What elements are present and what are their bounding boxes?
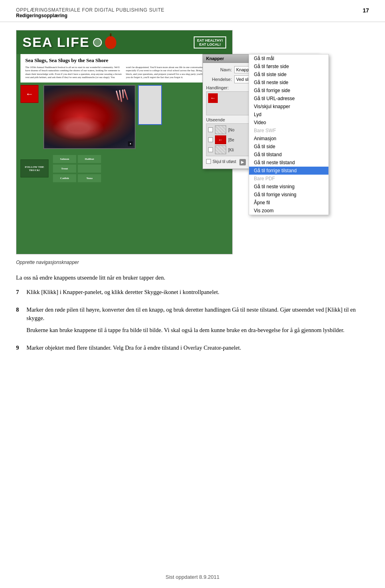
dropdown-apne-fil[interactable]: Åpne fil	[249, 199, 328, 207]
utseende-check-1[interactable]	[208, 127, 213, 132]
dropdown-vis-skjul[interactable]: Vis/skjul knapper	[249, 103, 328, 111]
dropdown-ga-til-forrige-tilstand[interactable]: Gå til forrige tilstand	[249, 167, 328, 175]
dropdown-bare-swf: Bare SWF	[249, 127, 328, 135]
dropdown-ga-til-neste-tilstand[interactable]: Gå til neste tilstand	[249, 159, 328, 167]
action-icon: ←	[208, 93, 218, 103]
utseende-check-3[interactable]	[208, 147, 213, 152]
nudibranch-body	[44, 86, 135, 148]
fish-item-halibut: Halibut	[77, 155, 101, 163]
dropdown-ga-til-mal[interactable]: Gå til mål	[249, 54, 328, 62]
dropdown-ga-til-side[interactable]: Gå til side	[249, 143, 328, 151]
skjul-arrow-icon: ▶	[239, 158, 246, 165]
page-number: 17	[363, 7, 369, 14]
sea-life-header: SEA LIFE EAT HEALTHY!EAT LOCAL!	[16, 30, 232, 54]
panel-hendelse-label: Hendelse:	[206, 77, 234, 82]
fish-item-salmon: Salmon	[53, 155, 77, 163]
utseende-check-2[interactable]	[208, 137, 213, 142]
step-9-content: Marker objektet med flere tilstander. Ve…	[26, 344, 369, 356]
article-col-1: The 105th Annual Nudibranch festival is …	[25, 66, 123, 79]
skjul-text: Skjul til utløst	[213, 159, 236, 164]
dropdown-bare-pdf: Bare PDF	[249, 175, 328, 183]
footer-text: Sist oppdatert 8.9.2011	[166, 574, 219, 580]
utseende-text-1: [No	[228, 128, 235, 132]
step-7-text: Klikk [Klikk] i Knapper-panelet, og klik…	[26, 288, 369, 297]
fish-item-trout: Trout	[53, 164, 77, 173]
magazine-mockup: SEA LIFE EAT HEALTHY!EAT LOCAL! Sea Slug…	[16, 30, 233, 254]
utseende-img-3	[215, 145, 226, 154]
utseende-text-3: [Kli	[228, 148, 234, 152]
header-left: OPPLÆRINGSMATERIALE FOR DIGITAL PUBLISHI…	[16, 7, 164, 18]
page-header: OPPLÆRINGSMATERIALE FOR DIGITAL PUBLISHI…	[0, 0, 385, 22]
header-subtitle: Redigeringsopplæring	[16, 13, 164, 18]
step-8-number: 8	[16, 306, 22, 338]
food-truck-text: FOLLOW THETRUCK!	[25, 165, 44, 172]
panel-navn-label: Navn:	[206, 67, 234, 72]
step-9-text: Marker objektet med flere tilstander. Ve…	[26, 344, 369, 352]
page-footer: Sist oppdatert 8.9.2011	[0, 574, 385, 580]
step-9: 9 Marker objektet med flere tilstander. …	[16, 344, 369, 356]
fish-item-empty	[77, 164, 101, 173]
fish-item-catfish: Catfish	[53, 174, 77, 183]
screenshot-area: SEA LIFE EAT HEALTHY!EAT LOCAL! Sea Slug…	[16, 30, 321, 254]
step-8-text: Marker den røde pilen til høyre, konvert…	[26, 306, 369, 323]
dropdown-lyd[interactable]: Lyd	[249, 111, 328, 119]
dropdown-ga-til-neste-side[interactable]: Gå til neste side	[249, 79, 328, 87]
dropdown-ga-til-siste-side[interactable]: Gå til siste side	[249, 70, 328, 79]
step-7-content: Klikk [Klikk] i Knapper-panelet, og klik…	[26, 288, 369, 300]
article-title: Sea Slugs, Sea Slugs by the Sea Shore	[25, 57, 223, 64]
dropdown-animasjon[interactable]: Animasjon	[249, 135, 328, 143]
utseende-text-2: [Be	[228, 138, 234, 142]
food-truck: FOLLOW THETRUCK!	[20, 159, 49, 177]
right-image-placeholder	[138, 85, 162, 125]
dropdown-menu: Gå til mål Gå til første side Gå til sis…	[249, 54, 329, 215]
step-8-text2: Brukerne kan bruke knappene til å tappe …	[26, 326, 369, 335]
step-8: 8 Marker den røde pilen til høyre, konve…	[16, 306, 369, 338]
image-area: ← ♦	[20, 85, 228, 149]
article-section: Sea Slugs, Sea Slugs by the Sea Shore Th…	[20, 54, 228, 83]
utseende-img-1	[215, 125, 226, 134]
dropdown-ga-til-url[interactable]: Gå til URL-adresse	[249, 95, 328, 103]
step-9-number: 9	[16, 344, 22, 356]
caption: Opprette navigasjonsknapper	[16, 258, 369, 266]
main-content: SEA LIFE EAT HEALTHY!EAT LOCAL! Sea Slug…	[0, 22, 385, 377]
header-title: OPPLÆRINGSMATERIALE FOR DIGITAL PUBLISHI…	[16, 7, 164, 13]
step-7-number: 7	[16, 288, 22, 300]
dropdown-ga-til-neste-visning[interactable]: Gå til neste visning	[249, 183, 328, 191]
dropdown-video[interactable]: Video	[249, 119, 328, 127]
skjul-checkbox[interactable]	[206, 159, 211, 164]
eat-healthy-box: EAT HEALTHY!EAT LOCAL!	[194, 36, 226, 48]
fish-grid: Salmon Halibut Trout Catfish Tuna	[53, 155, 101, 183]
step-7: 7 Klikk [Klikk] i Knapper-panelet, og kl…	[16, 288, 369, 300]
dropdown-ga-til-forste-side[interactable]: Gå til første side	[249, 62, 328, 70]
dropdown-ga-til-forrige-visning[interactable]: Gå til forrige visning	[249, 191, 328, 199]
sea-life-logo: SEA LIFE	[22, 34, 90, 50]
fish-item-tuna: Tuna	[77, 174, 101, 183]
caption-text: Opprette navigasjonsknapper	[16, 260, 79, 265]
dropdown-ga-til-tilstand[interactable]: Gå til tilstand	[249, 151, 328, 159]
cerata-group	[116, 89, 128, 103]
step-8-content: Marker den røde pilen til høyre, konvert…	[26, 306, 369, 338]
dropdown-ga-til-forrige-side[interactable]: Gå til forrige side	[249, 87, 328, 95]
arrow-button[interactable]: ←	[20, 85, 38, 103]
panel-title: Knapper	[206, 56, 224, 61]
intro-text: La oss nå endre knappens utseende litt n…	[16, 274, 369, 282]
arrow-icon: ←	[26, 89, 34, 99]
article-columns: The 105th Annual Nudibranch festival is …	[25, 66, 223, 79]
nudibranch-image: ♦	[43, 85, 136, 149]
image-overlay: ♦	[128, 141, 133, 146]
food-section: FOLLOW THETRUCK! Salmon Halibut Trout Ca…	[16, 151, 232, 186]
dropdown-vis-zoom[interactable]: Vis zoom	[249, 207, 328, 215]
utseende-img-2: ←	[215, 135, 226, 144]
